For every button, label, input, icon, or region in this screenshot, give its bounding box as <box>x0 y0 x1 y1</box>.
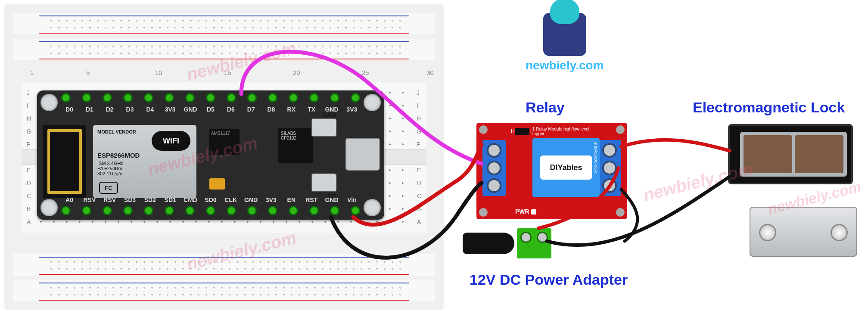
dc-screw-terminal <box>517 228 551 258</box>
nodemcu-pin-d5 <box>206 93 215 103</box>
nodemcu-pin-label-d4: D4 <box>142 106 158 114</box>
nodemcu-pin-d1 <box>82 93 91 103</box>
nodemcu-pin-d8 <box>268 93 277 103</box>
nodemcu-pin-gnd <box>330 93 339 103</box>
nodemcu-pin-3v3 <box>165 93 174 103</box>
relay-input-terminal <box>482 140 506 196</box>
nodemcu-pin-label-3v3: 3V3 <box>263 196 279 204</box>
nodemcu-pin-label-d8: D8 <box>263 106 279 114</box>
relay-module: H L 1 Relay Module high/low level trigge… <box>476 123 627 219</box>
nodemcu-pins-bottom <box>61 206 360 217</box>
nodemcu-pin-a0 <box>61 206 71 215</box>
breadboard-column-numbers: 1 5 10 15 20 25 30 <box>30 69 418 79</box>
electromagnetic-lock <box>728 124 853 184</box>
nodemcu-pin-sd0 <box>206 206 215 215</box>
nodemcu-pin-label-3v3: 3V3 <box>344 106 360 114</box>
nodemcu-pin-sd2 <box>144 206 153 215</box>
lock-label: Electromagnetic Lock <box>693 99 845 116</box>
nodemcu-pin-rsv <box>103 206 112 215</box>
nodemcu-pin-label-d5: D5 <box>202 106 219 114</box>
tantalum-cap <box>209 178 225 190</box>
relay-cube: DIYables SRD-05VDC-SL-C <box>532 138 600 197</box>
nodemcu-pin-3v3 <box>268 206 277 215</box>
wire-relay-no-to-lock <box>621 140 730 151</box>
nodemcu-pin-label-3v3: 3V3 <box>162 106 178 114</box>
owl-icon <box>543 13 586 56</box>
nodemcu-pin-vin <box>351 206 360 215</box>
relay-output-terminal <box>598 140 621 196</box>
nodemcu-pin-rsv <box>82 206 91 215</box>
usb-serial-chip: SILABS CP2102 <box>278 128 313 163</box>
nodemcu-pin-d6 <box>227 93 236 103</box>
nodemcu-pin-d7 <box>247 93 257 103</box>
nodemcu-pin-label-en: EN <box>283 196 299 204</box>
nodemcu-pin-rst <box>309 206 319 215</box>
regulator-chip: AMS1117 <box>209 129 240 155</box>
nodemcu-pin-gnd <box>247 206 257 215</box>
nodemcu-pin-label-d0: D0 <box>61 106 78 114</box>
nodemcu-pin-sd1 <box>165 206 174 215</box>
nodemcu-pin-d4 <box>144 93 153 103</box>
nodemcu-pin-label-d2: D2 <box>102 106 118 114</box>
relay-brand: DIYables <box>540 155 592 180</box>
nodemcu-pin-label-sd0: SD0 <box>202 196 219 204</box>
nodemcu-pin-label-d6: D6 <box>223 106 239 114</box>
nodemcu-esp8266: D0D1D2D3D43V3GNDD5D6D7D8RXTXGND3V3 A0RSV… <box>37 90 384 220</box>
nodemcu-pin-sd3 <box>123 206 133 215</box>
esp8266-shield: MODEL VENDOR ESP8266MOD ISM 2.4GHz PA +2… <box>93 125 196 198</box>
relay-label: Relay <box>526 99 565 116</box>
nodemcu-pin-clk <box>227 206 236 215</box>
nodemcu-pin-gnd <box>185 93 195 103</box>
fcc-logo-icon: FC <box>99 182 118 194</box>
nodemcu-pin-d0 <box>61 93 71 103</box>
nodemcu-pin-label-clk: CLK <box>223 196 239 204</box>
nodemcu-pins-top <box>61 93 360 104</box>
nodemcu-pin-gnd <box>330 206 339 215</box>
pcb-antenna <box>43 125 86 198</box>
reset-button[interactable]: RST <box>311 173 337 192</box>
nodemcu-pin-label-d7: D7 <box>243 106 259 114</box>
nodemcu-pin-d2 <box>103 93 112 103</box>
nodemcu-pin-en <box>289 206 298 215</box>
nodemcu-pin-cmd <box>185 206 195 215</box>
nodemcu-pin-rx <box>289 93 298 103</box>
relay-pwr-led-label: PWR <box>515 208 536 215</box>
armature-plate <box>750 207 857 257</box>
nodemcu-pin-label-gnd: GND <box>182 106 199 114</box>
nodemcu-pin-tx <box>309 93 319 103</box>
nodemcu-pin-label-d1: D1 <box>81 106 98 114</box>
nodemcu-pin-label-d3: D3 <box>122 106 138 114</box>
nodemcu-pin-3v3 <box>351 93 360 103</box>
flash-button[interactable]: FLASH <box>311 118 337 137</box>
nodemcu-pin-d3 <box>123 93 133 103</box>
wifi-logo-icon: WiFi <box>152 131 190 151</box>
nodemcu-pin-label-vin: Vin <box>344 196 360 204</box>
nodemcu-pin-label-rx: RX <box>283 106 299 114</box>
nodemcu-pin-label-gnd: GND <box>243 196 259 204</box>
newbiely-logo: newbiely.com <box>526 13 604 72</box>
micro-usb-port <box>345 138 380 171</box>
dc-barrel-jack <box>463 233 514 254</box>
power-adapter-label: 12V DC Power Adapter <box>470 271 628 288</box>
